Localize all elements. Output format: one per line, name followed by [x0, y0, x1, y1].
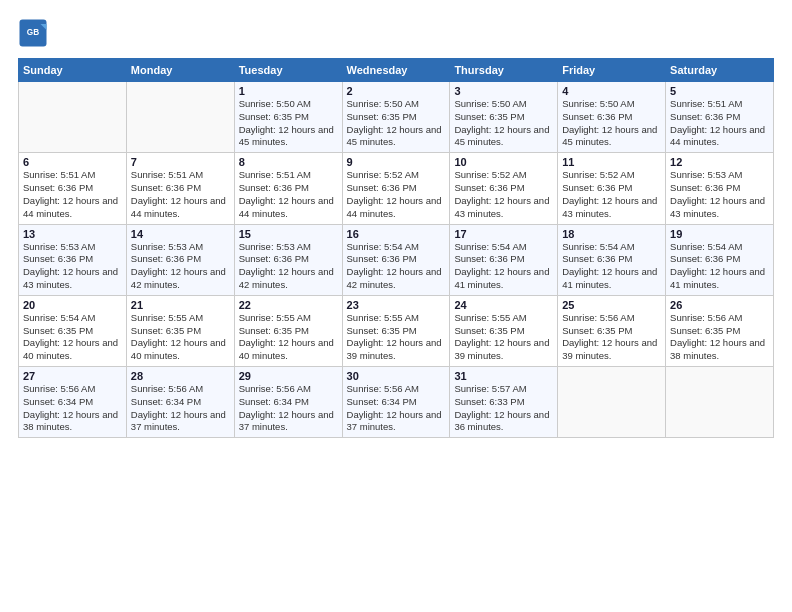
day-info: Sunrise: 5:54 AM Sunset: 6:36 PM Dayligh… [347, 241, 446, 292]
day-info: Sunrise: 5:54 AM Sunset: 6:36 PM Dayligh… [454, 241, 553, 292]
page: GB SundayMondayTuesdayWednesdayThursdayF… [0, 0, 792, 612]
day-cell: 23Sunrise: 5:55 AM Sunset: 6:35 PM Dayli… [342, 295, 450, 366]
day-number: 8 [239, 156, 338, 168]
day-number: 6 [23, 156, 122, 168]
day-info: Sunrise: 5:54 AM Sunset: 6:35 PM Dayligh… [23, 312, 122, 363]
calendar-header: SundayMondayTuesdayWednesdayThursdayFrid… [19, 59, 774, 82]
day-info: Sunrise: 5:53 AM Sunset: 6:36 PM Dayligh… [670, 169, 769, 220]
week-row-4: 20Sunrise: 5:54 AM Sunset: 6:35 PM Dayli… [19, 295, 774, 366]
day-number: 27 [23, 370, 122, 382]
logo-icon: GB [18, 18, 48, 48]
day-number: 24 [454, 299, 553, 311]
day-number: 15 [239, 228, 338, 240]
day-cell: 6Sunrise: 5:51 AM Sunset: 6:36 PM Daylig… [19, 153, 127, 224]
day-info: Sunrise: 5:50 AM Sunset: 6:36 PM Dayligh… [562, 98, 661, 149]
day-cell: 17Sunrise: 5:54 AM Sunset: 6:36 PM Dayli… [450, 224, 558, 295]
header-cell-friday: Friday [558, 59, 666, 82]
day-cell: 24Sunrise: 5:55 AM Sunset: 6:35 PM Dayli… [450, 295, 558, 366]
day-cell: 7Sunrise: 5:51 AM Sunset: 6:36 PM Daylig… [126, 153, 234, 224]
day-info: Sunrise: 5:53 AM Sunset: 6:36 PM Dayligh… [131, 241, 230, 292]
day-cell: 28Sunrise: 5:56 AM Sunset: 6:34 PM Dayli… [126, 367, 234, 438]
day-info: Sunrise: 5:53 AM Sunset: 6:36 PM Dayligh… [23, 241, 122, 292]
day-info: Sunrise: 5:50 AM Sunset: 6:35 PM Dayligh… [347, 98, 446, 149]
header-row: SundayMondayTuesdayWednesdayThursdayFrid… [19, 59, 774, 82]
day-number: 21 [131, 299, 230, 311]
day-number: 25 [562, 299, 661, 311]
day-number: 23 [347, 299, 446, 311]
day-info: Sunrise: 5:54 AM Sunset: 6:36 PM Dayligh… [562, 241, 661, 292]
day-number: 3 [454, 85, 553, 97]
day-cell: 30Sunrise: 5:56 AM Sunset: 6:34 PM Dayli… [342, 367, 450, 438]
day-number: 22 [239, 299, 338, 311]
week-row-2: 6Sunrise: 5:51 AM Sunset: 6:36 PM Daylig… [19, 153, 774, 224]
day-info: Sunrise: 5:53 AM Sunset: 6:36 PM Dayligh… [239, 241, 338, 292]
day-info: Sunrise: 5:56 AM Sunset: 6:35 PM Dayligh… [562, 312, 661, 363]
logo: GB [18, 18, 52, 48]
day-info: Sunrise: 5:51 AM Sunset: 6:36 PM Dayligh… [239, 169, 338, 220]
day-cell [126, 82, 234, 153]
day-number: 12 [670, 156, 769, 168]
day-info: Sunrise: 5:52 AM Sunset: 6:36 PM Dayligh… [562, 169, 661, 220]
day-info: Sunrise: 5:50 AM Sunset: 6:35 PM Dayligh… [454, 98, 553, 149]
header-cell-thursday: Thursday [450, 59, 558, 82]
day-info: Sunrise: 5:56 AM Sunset: 6:34 PM Dayligh… [347, 383, 446, 434]
day-number: 7 [131, 156, 230, 168]
day-number: 17 [454, 228, 553, 240]
day-cell: 16Sunrise: 5:54 AM Sunset: 6:36 PM Dayli… [342, 224, 450, 295]
week-row-1: 1Sunrise: 5:50 AM Sunset: 6:35 PM Daylig… [19, 82, 774, 153]
day-cell: 10Sunrise: 5:52 AM Sunset: 6:36 PM Dayli… [450, 153, 558, 224]
day-cell: 12Sunrise: 5:53 AM Sunset: 6:36 PM Dayli… [666, 153, 774, 224]
day-cell [19, 82, 127, 153]
day-cell: 22Sunrise: 5:55 AM Sunset: 6:35 PM Dayli… [234, 295, 342, 366]
day-info: Sunrise: 5:57 AM Sunset: 6:33 PM Dayligh… [454, 383, 553, 434]
day-number: 10 [454, 156, 553, 168]
header-cell-wednesday: Wednesday [342, 59, 450, 82]
day-cell: 2Sunrise: 5:50 AM Sunset: 6:35 PM Daylig… [342, 82, 450, 153]
header-cell-saturday: Saturday [666, 59, 774, 82]
day-number: 9 [347, 156, 446, 168]
day-cell: 11Sunrise: 5:52 AM Sunset: 6:36 PM Dayli… [558, 153, 666, 224]
day-info: Sunrise: 5:52 AM Sunset: 6:36 PM Dayligh… [347, 169, 446, 220]
day-number: 19 [670, 228, 769, 240]
day-cell [666, 367, 774, 438]
day-number: 26 [670, 299, 769, 311]
day-info: Sunrise: 5:55 AM Sunset: 6:35 PM Dayligh… [347, 312, 446, 363]
calendar-table: SundayMondayTuesdayWednesdayThursdayFrid… [18, 58, 774, 438]
day-number: 29 [239, 370, 338, 382]
header-cell-sunday: Sunday [19, 59, 127, 82]
day-cell: 29Sunrise: 5:56 AM Sunset: 6:34 PM Dayli… [234, 367, 342, 438]
day-number: 20 [23, 299, 122, 311]
day-cell: 3Sunrise: 5:50 AM Sunset: 6:35 PM Daylig… [450, 82, 558, 153]
day-number: 11 [562, 156, 661, 168]
day-cell: 20Sunrise: 5:54 AM Sunset: 6:35 PM Dayli… [19, 295, 127, 366]
day-info: Sunrise: 5:55 AM Sunset: 6:35 PM Dayligh… [239, 312, 338, 363]
day-cell: 4Sunrise: 5:50 AM Sunset: 6:36 PM Daylig… [558, 82, 666, 153]
day-info: Sunrise: 5:51 AM Sunset: 6:36 PM Dayligh… [670, 98, 769, 149]
header-cell-monday: Monday [126, 59, 234, 82]
day-cell: 5Sunrise: 5:51 AM Sunset: 6:36 PM Daylig… [666, 82, 774, 153]
day-cell: 9Sunrise: 5:52 AM Sunset: 6:36 PM Daylig… [342, 153, 450, 224]
header-cell-tuesday: Tuesday [234, 59, 342, 82]
day-info: Sunrise: 5:50 AM Sunset: 6:35 PM Dayligh… [239, 98, 338, 149]
day-number: 14 [131, 228, 230, 240]
day-cell: 14Sunrise: 5:53 AM Sunset: 6:36 PM Dayli… [126, 224, 234, 295]
day-info: Sunrise: 5:52 AM Sunset: 6:36 PM Dayligh… [454, 169, 553, 220]
day-info: Sunrise: 5:54 AM Sunset: 6:36 PM Dayligh… [670, 241, 769, 292]
day-cell: 8Sunrise: 5:51 AM Sunset: 6:36 PM Daylig… [234, 153, 342, 224]
day-info: Sunrise: 5:56 AM Sunset: 6:34 PM Dayligh… [131, 383, 230, 434]
day-number: 13 [23, 228, 122, 240]
day-cell: 21Sunrise: 5:55 AM Sunset: 6:35 PM Dayli… [126, 295, 234, 366]
day-cell: 25Sunrise: 5:56 AM Sunset: 6:35 PM Dayli… [558, 295, 666, 366]
day-cell: 27Sunrise: 5:56 AM Sunset: 6:34 PM Dayli… [19, 367, 127, 438]
day-cell: 13Sunrise: 5:53 AM Sunset: 6:36 PM Dayli… [19, 224, 127, 295]
day-cell [558, 367, 666, 438]
day-cell: 26Sunrise: 5:56 AM Sunset: 6:35 PM Dayli… [666, 295, 774, 366]
day-info: Sunrise: 5:51 AM Sunset: 6:36 PM Dayligh… [23, 169, 122, 220]
week-row-3: 13Sunrise: 5:53 AM Sunset: 6:36 PM Dayli… [19, 224, 774, 295]
week-row-5: 27Sunrise: 5:56 AM Sunset: 6:34 PM Dayli… [19, 367, 774, 438]
day-number: 16 [347, 228, 446, 240]
day-number: 28 [131, 370, 230, 382]
day-cell: 1Sunrise: 5:50 AM Sunset: 6:35 PM Daylig… [234, 82, 342, 153]
day-number: 18 [562, 228, 661, 240]
day-number: 31 [454, 370, 553, 382]
